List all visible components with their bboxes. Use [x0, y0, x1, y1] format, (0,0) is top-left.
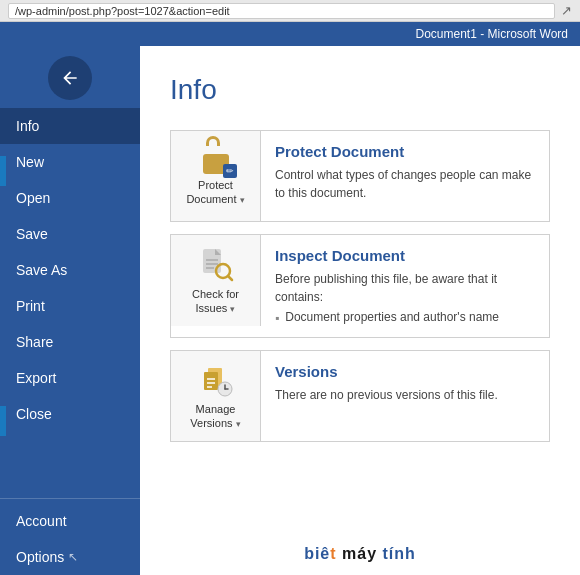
- watermark: biêt máy tính: [304, 545, 416, 563]
- manage-versions-heading: Versions: [275, 363, 535, 380]
- protect-document-heading: Protect Document: [275, 143, 535, 160]
- watermark-t: t: [330, 545, 336, 562]
- protect-document-dropdown-arrow: ▾: [240, 195, 245, 205]
- external-link-icon: ↗: [561, 3, 572, 18]
- sidebar-label-open: Open: [16, 190, 50, 206]
- watermark-biet: biê: [304, 545, 330, 562]
- content-area: Info ✏ Protect Document ▾ Pro: [140, 46, 580, 575]
- svg-line-6: [228, 276, 232, 280]
- sidebar-item-account[interactable]: Account: [0, 503, 140, 539]
- protect-icon-wrap: ✏: [203, 146, 229, 174]
- inspect-document-dropdown-arrow: ▾: [230, 304, 235, 314]
- sidebar-label-account: Account: [16, 513, 67, 529]
- window-title: Document1 - Microsoft Word: [416, 27, 569, 41]
- sidebar-label-export: Export: [16, 370, 56, 386]
- sidebar-label-print: Print: [16, 298, 45, 314]
- inspect-document-card: Check for Issues ▾ Inspect Document Befo…: [170, 234, 550, 338]
- sidebar-label-save: Save: [16, 226, 48, 242]
- versions-icon-svg: [198, 362, 234, 398]
- sidebar-item-save[interactable]: Save: [0, 216, 140, 252]
- back-button[interactable]: [48, 56, 92, 100]
- sidebar-item-export[interactable]: Export: [0, 360, 140, 396]
- url-bar[interactable]: [8, 3, 555, 19]
- browser-bar: ↗: [0, 0, 580, 22]
- manage-versions-desc: There are no previous versions of this f…: [275, 386, 535, 404]
- inspect-document-icon-area[interactable]: Check for Issues ▾: [171, 235, 261, 326]
- sidebar-label-save-as: Save As: [16, 262, 67, 278]
- inspect-document-label: Check for Issues ▾: [192, 287, 239, 316]
- inspect-document-text: Inspect Document Before publishing this …: [261, 235, 549, 337]
- sidebar-item-print[interactable]: Print: [0, 288, 140, 324]
- lock-body: ✏: [203, 154, 229, 174]
- sidebar-item-options[interactable]: Options ↖: [0, 539, 140, 575]
- back-arrow-icon: [60, 68, 80, 88]
- inspect-icon-svg: [197, 245, 235, 283]
- sidebar: Info New Open Save Save As Print Share E…: [0, 46, 140, 575]
- sidebar-label-close: Close: [16, 406, 52, 422]
- sidebar-label-share: Share: [16, 334, 53, 350]
- sidebar-item-open[interactable]: Open: [0, 180, 140, 216]
- protect-document-label: Protect Document ▾: [186, 178, 244, 207]
- lock-shackle: [206, 136, 220, 146]
- inspect-document-desc: Before publishing this file, be aware th…: [275, 270, 535, 306]
- versions-icon: [198, 362, 234, 398]
- inspect-document-list: Document properties and author's name: [275, 310, 535, 325]
- protect-document-text: Protect Document Control what types of c…: [261, 131, 549, 214]
- manage-versions-text: Versions There are no previous versions …: [261, 351, 549, 416]
- watermark-tinh: tính: [383, 545, 416, 562]
- title-bar: Document1 - Microsoft Word: [0, 22, 580, 46]
- manage-versions-card: Manage Versions ▾ Versions There are no …: [170, 350, 550, 442]
- main-layout: Info New Open Save Save As Print Share E…: [0, 46, 580, 575]
- protect-document-card: ✏ Protect Document ▾ Protect Document Co…: [170, 130, 550, 222]
- sidebar-label-info: Info: [16, 118, 39, 134]
- sidebar-label-new: New: [16, 154, 44, 170]
- manage-versions-dropdown-arrow: ▾: [236, 419, 241, 429]
- sidebar-bottom: Account Options ↖: [0, 498, 140, 575]
- page-title: Info: [170, 74, 550, 106]
- lock-icon: ✏: [203, 146, 229, 174]
- cursor-indicator: ↖: [68, 550, 78, 564]
- sidebar-item-info[interactable]: Info: [0, 108, 140, 144]
- accent-strip-top: [0, 156, 6, 186]
- protect-document-icon-area[interactable]: ✏ Protect Document ▾: [171, 131, 261, 221]
- sidebar-label-options: Options: [16, 549, 64, 565]
- sidebar-item-close[interactable]: Close: [0, 396, 140, 432]
- manage-versions-icon-area[interactable]: Manage Versions ▾: [171, 351, 261, 441]
- sidebar-item-new[interactable]: New: [0, 144, 140, 180]
- sidebar-item-share[interactable]: Share: [0, 324, 140, 360]
- accent-strip-bottom: [0, 406, 6, 436]
- inspect-document-heading: Inspect Document: [275, 247, 535, 264]
- lock-edit-badge: ✏: [223, 164, 237, 178]
- manage-versions-label: Manage Versions ▾: [190, 402, 240, 431]
- sidebar-item-save-as[interactable]: Save As: [0, 252, 140, 288]
- inspect-icon: [197, 245, 235, 283]
- watermark-may: máy: [342, 545, 377, 562]
- inspect-list-item-1: Document properties and author's name: [275, 310, 535, 325]
- protect-document-desc: Control what types of changes people can…: [275, 166, 535, 202]
